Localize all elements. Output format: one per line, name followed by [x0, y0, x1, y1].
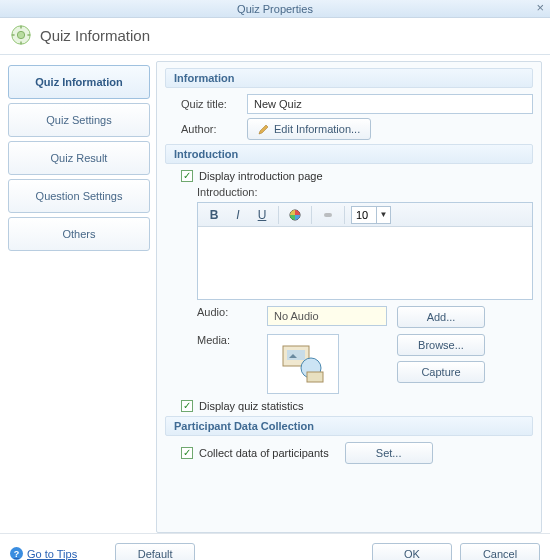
introduction-label: Introduction: [197, 186, 533, 198]
introduction-editor: B I U ▼ [197, 202, 533, 300]
editor-toolbar: B I U ▼ [198, 203, 532, 227]
section-header-introduction: Introduction [165, 144, 533, 164]
gear-icon [10, 24, 32, 46]
bold-button[interactable]: B [204, 205, 224, 225]
italic-button[interactable]: I [228, 205, 248, 225]
display-stats-checkbox[interactable]: ✓ [181, 400, 193, 412]
svg-rect-12 [307, 372, 323, 382]
help-icon: ? [10, 547, 23, 560]
audio-label: Audio: [197, 306, 257, 318]
page-title: Quiz Information [40, 27, 150, 44]
color-button[interactable] [285, 205, 305, 225]
font-size-input[interactable] [352, 207, 376, 223]
tab-others[interactable]: Others [8, 217, 150, 251]
window-title: Quiz Properties [237, 3, 313, 15]
collect-participants-label: Collect data of participants [199, 447, 329, 459]
media-label: Media: [197, 334, 257, 346]
quiz-title-input[interactable] [247, 94, 533, 114]
row-quiz-title: Quiz title: [181, 94, 533, 114]
help-link[interactable]: ? Go to Tips [10, 547, 77, 560]
row-display-stats: ✓ Display quiz statistics [181, 400, 533, 412]
display-intro-label: Display introduction page [199, 170, 323, 182]
tab-label: Others [62, 228, 95, 240]
font-size-combo[interactable]: ▼ [351, 206, 391, 224]
chevron-down-icon[interactable]: ▼ [376, 207, 390, 223]
section-header-information: Information [165, 68, 533, 88]
underline-button[interactable]: U [252, 205, 272, 225]
tab-label: Quiz Information [35, 76, 122, 88]
toolbar-separator [278, 206, 279, 224]
body: Quiz Information Quiz Settings Quiz Resu… [0, 55, 550, 533]
media-preview[interactable] [267, 334, 339, 394]
tab-label: Quiz Settings [46, 114, 111, 126]
tab-question-settings[interactable]: Question Settings [8, 179, 150, 213]
tab-quiz-settings[interactable]: Quiz Settings [8, 103, 150, 137]
link-icon [321, 208, 335, 222]
author-label: Author: [181, 123, 241, 135]
audio-field[interactable]: No Audio [267, 306, 387, 326]
svg-point-1 [17, 31, 24, 38]
introduction-textarea[interactable] [198, 227, 532, 299]
audio-value: No Audio [274, 310, 319, 322]
color-icon [288, 208, 302, 222]
help-link-label: Go to Tips [27, 548, 77, 560]
tab-quiz-information[interactable]: Quiz Information [8, 65, 150, 99]
row-collect-participants: ✓ Collect data of participants Set... [181, 442, 533, 464]
header: Quiz Information [0, 18, 550, 55]
collect-participants-checkbox[interactable]: ✓ [181, 447, 193, 459]
display-stats-label: Display quiz statistics [199, 400, 304, 412]
media-grid: Audio: No Audio Add... Media: Browse... [197, 306, 533, 394]
edit-information-button[interactable]: Edit Information... [247, 118, 371, 140]
section-header-participant: Participant Data Collection [165, 416, 533, 436]
toolbar-separator [344, 206, 345, 224]
add-audio-button[interactable]: Add... [397, 306, 485, 328]
media-icon [279, 342, 327, 386]
tab-label: Question Settings [36, 190, 123, 202]
svg-rect-7 [324, 213, 332, 217]
set-participants-button[interactable]: Set... [345, 442, 433, 464]
link-button[interactable] [318, 205, 338, 225]
tab-label: Quiz Result [51, 152, 108, 164]
quiz-title-label: Quiz title: [181, 98, 241, 110]
toolbar-separator [311, 206, 312, 224]
browse-media-button[interactable]: Browse... [397, 334, 485, 356]
row-author: Author: Edit Information... [181, 118, 533, 140]
capture-media-button[interactable]: Capture [397, 361, 485, 383]
close-icon[interactable]: × [536, 0, 544, 15]
sidebar: Quiz Information Quiz Settings Quiz Resu… [8, 61, 150, 533]
pencil-icon [258, 123, 270, 135]
row-display-intro: ✓ Display introduction page [181, 170, 533, 182]
display-intro-checkbox[interactable]: ✓ [181, 170, 193, 182]
main-panel: Information Quiz title: Author: Edit Inf… [156, 61, 542, 533]
footer: ? Go to Tips Default OK Cancel [0, 533, 550, 560]
default-button[interactable]: Default [115, 543, 195, 561]
ok-button[interactable]: OK [372, 543, 452, 561]
edit-information-label: Edit Information... [274, 123, 360, 135]
tab-quiz-result[interactable]: Quiz Result [8, 141, 150, 175]
svg-rect-9 [287, 350, 305, 360]
title-bar: Quiz Properties × [0, 0, 550, 18]
cancel-button[interactable]: Cancel [460, 543, 540, 561]
